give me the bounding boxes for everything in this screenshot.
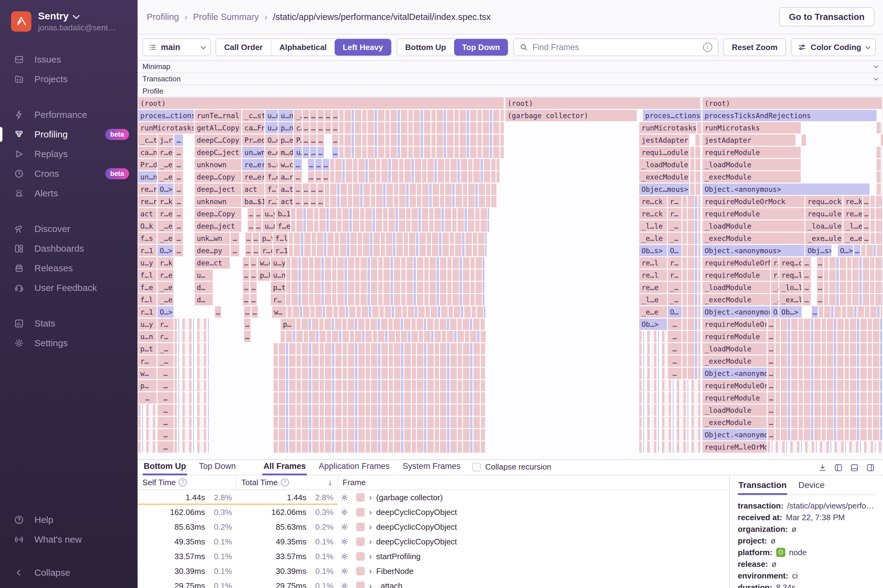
flame-sliver[interactable]	[776, 429, 882, 440]
flame-sliver[interactable]	[877, 171, 882, 183]
table-row[interactable]: 85.63ms0.2%85.63ms0.2%›deepCyclicCopyObj…	[138, 520, 729, 534]
flame-frame[interactable]: …	[767, 356, 775, 367]
flame-frame[interactable]: _l…e	[843, 220, 862, 232]
flame-frame[interactable]: …	[245, 232, 252, 244]
flame-sliver[interactable]	[330, 171, 500, 183]
frame-cell[interactable]: ›startProfiling	[351, 549, 729, 564]
flame-frame[interactable]: …	[854, 245, 860, 256]
flame-frame[interactable]: Obj…s>	[805, 245, 831, 256]
layout-right-icon[interactable]	[866, 463, 875, 472]
flame-frame[interactable]: re…r	[138, 183, 156, 195]
flame-graph[interactable]: (root)proces…ctionsrunTe…rnal_c…stu…nu…n…	[138, 98, 883, 459]
flame-frame[interactable]: …	[303, 196, 309, 207]
flame-frame[interactable]: …	[174, 245, 183, 256]
flame-frame[interactable]: _…	[668, 294, 682, 305]
flame-frame[interactable]: …	[767, 417, 775, 428]
sidebar-item-performance[interactable]: Performance	[0, 105, 138, 124]
flame-frame[interactable]: Pr…d	[138, 159, 156, 170]
flame-frame[interactable]: requireModule	[703, 147, 801, 158]
tab-system-frames[interactable]: System Frames	[401, 459, 462, 475]
flame-frame[interactable]: r…	[271, 294, 285, 305]
flame-sliver[interactable]	[683, 196, 700, 207]
flame-sliver[interactable]	[776, 405, 882, 416]
flame-sliver[interactable]	[877, 159, 882, 170]
flame-frame[interactable]: …	[332, 147, 339, 158]
flame-frame[interactable]: …	[303, 147, 309, 158]
flame-frame[interactable]: f…l	[273, 232, 288, 244]
flame-frame[interactable]: …	[245, 245, 252, 256]
flame-frame[interactable]: …	[863, 196, 869, 207]
flame-sliver[interactable]	[339, 147, 503, 158]
flame-frame[interactable]: r…	[668, 270, 682, 281]
flame-sliver[interactable]	[273, 441, 486, 453]
flame-sliver[interactable]	[291, 208, 489, 219]
flame-frame[interactable]: …	[253, 232, 259, 244]
flame-frame[interactable]: …	[243, 294, 249, 305]
flame-frame[interactable]: …	[332, 122, 339, 134]
flame-frame[interactable]: …	[294, 183, 302, 195]
table-row[interactable]: 29.75ms0.1%29.75ms0.1%›_attach	[138, 579, 729, 588]
flame-frame[interactable]: …	[317, 122, 324, 134]
flame-frame[interactable]: a…t	[278, 183, 293, 195]
flame-sliver[interactable]	[776, 417, 882, 428]
flame-frame[interactable]: O…e	[265, 134, 278, 146]
flame-frame[interactable]: r…	[771, 270, 778, 281]
flame-frame[interactable]: dee…py	[195, 245, 230, 256]
flame-frame[interactable]: requ…ock	[805, 196, 842, 207]
sidebar-item-releases[interactable]: Releases	[0, 258, 138, 278]
flame-frame[interactable]: u…y	[138, 318, 156, 330]
flame-frame[interactable]: deep…ject	[195, 183, 241, 195]
flame-frame[interactable]: _loa…ule	[805, 220, 842, 232]
flame-frame[interactable]: p…	[138, 380, 156, 391]
flame-frame[interactable]: …	[243, 282, 249, 293]
flame-frame[interactable]: …	[158, 429, 173, 440]
flame-frame[interactable]: f…l	[138, 270, 156, 281]
reset-zoom-button[interactable]: Reset Zoom	[723, 38, 786, 56]
flame-frame[interactable]: act	[138, 208, 156, 219]
flame-frame[interactable]: c…	[294, 122, 302, 134]
flame-frame[interactable]: deepC…ject	[195, 147, 241, 158]
flame-sliver[interactable]	[281, 331, 486, 342]
flame-frame[interactable]: requ…ule	[805, 208, 842, 219]
flame-frame[interactable]: _e…e	[843, 232, 862, 244]
flame-frame[interactable]: r…1	[265, 196, 278, 207]
flame-frame[interactable]: …	[315, 159, 322, 170]
flame-frame[interactable]: …	[803, 257, 811, 268]
flame-frame[interactable]: _…	[158, 356, 173, 367]
flame-frame[interactable]: …	[863, 220, 869, 232]
expand-chevron-icon[interactable]: ›	[369, 523, 372, 531]
flame-frame[interactable]: u…	[195, 270, 213, 281]
flame-sliver[interactable]	[273, 429, 486, 440]
search-input[interactable]	[532, 43, 698, 52]
flame-frame[interactable]: …	[251, 306, 258, 318]
gear-icon[interactable]	[338, 581, 351, 588]
flame-frame[interactable]: …	[803, 282, 811, 293]
sidebar-item-dashboards[interactable]: Dashboards	[0, 239, 138, 258]
flame-sliver[interactable]	[683, 220, 700, 232]
flame-sliver[interactable]	[273, 405, 486, 416]
flame-frame[interactable]: _execModule	[703, 171, 801, 183]
flame-sliver[interactable]	[286, 257, 484, 268]
flame-frame[interactable]: b…1	[276, 208, 290, 219]
flame-frame[interactable]: e…e	[265, 147, 278, 158]
frame-cell[interactable]: ›_attach	[351, 579, 729, 588]
go-to-transaction-button[interactable]: Go to Transaction	[779, 8, 874, 26]
flame-frame[interactable]: _…e	[158, 220, 173, 232]
gear-icon[interactable]	[338, 552, 351, 561]
flame-frame[interactable]: O…>	[158, 245, 173, 256]
sidebar-header[interactable]: Sentry jonas.badalic@sent…	[0, 0, 138, 42]
flame-frame[interactable]: …	[310, 183, 317, 195]
flame-sliver[interactable]	[877, 147, 882, 158]
flame-frame[interactable]: …	[174, 208, 183, 219]
flame-frame[interactable]: p…t	[138, 343, 156, 354]
flame-frame[interactable]: u…n	[138, 331, 156, 342]
flame-frame[interactable]: p…k	[258, 270, 270, 281]
expand-chevron-icon[interactable]: ›	[369, 537, 372, 546]
flame-frame[interactable]: _…	[668, 220, 682, 232]
flame-frame[interactable]: …	[294, 171, 302, 183]
tab-bottom-up[interactable]: Bottom Up	[143, 459, 187, 475]
sort-desc-icon[interactable]: ↓	[328, 478, 332, 488]
color-coding-dropdown[interactable]: Color Coding	[791, 38, 875, 56]
frame-cell[interactable]: ›(garbage collector)	[351, 490, 729, 505]
flame-sliver[interactable]	[824, 257, 883, 268]
